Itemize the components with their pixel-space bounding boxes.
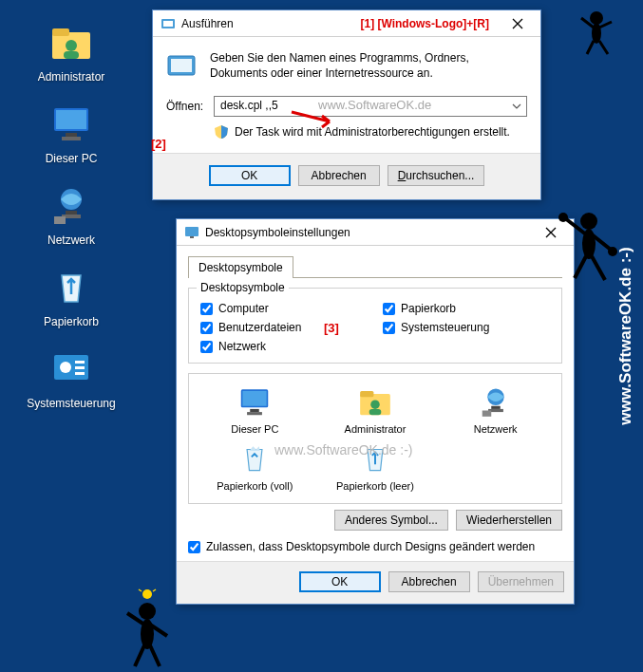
allow-themes-checkbox[interactable]: Zulassen, dass Desktopsymbole durch Desi…	[188, 540, 562, 553]
run-program-icon	[166, 50, 200, 84]
checkbox-user-files[interactable]: Benutzerdateien	[200, 321, 368, 334]
checkbox-input[interactable]	[200, 341, 213, 353]
change-icon-button[interactable]: Anderes Symbol...	[334, 510, 448, 531]
ok-button[interactable]: OK	[209, 165, 291, 186]
browse-button[interactable]: Durchsuchen...	[388, 165, 485, 186]
svg-point-27	[139, 603, 156, 620]
apply-button[interactable]: Übernehmen	[478, 571, 564, 592]
preview-recycle-empty[interactable]: Papierkorb (leer)	[323, 440, 427, 492]
run-icon	[161, 16, 176, 31]
annotation-1: [1] [Windows-Logo]+[R]	[360, 17, 489, 30]
shield-icon	[214, 124, 229, 140]
admin-text: Der Task wird mit Administratorberechtig…	[235, 125, 510, 139]
svg-point-25	[558, 213, 568, 222]
cancel-button[interactable]: Abbrechen	[388, 571, 470, 592]
run-description: Geben Sie den Namen eines Programms, Ord…	[210, 50, 527, 84]
desktop-icons-group: Desktopsymbole Computer Papierkorb Benut…	[188, 288, 562, 364]
open-label: Öffnen:	[166, 100, 214, 113]
checkbox-network[interactable]: Netzwerk	[200, 340, 368, 353]
annotation-arrow	[286, 110, 333, 129]
close-button[interactable]	[499, 12, 537, 35]
run-title: Ausführen	[181, 17, 360, 30]
run-dialog: Ausführen [1] [Windows-Logo]+[R] Geben S…	[152, 9, 541, 200]
svg-point-30	[590, 11, 603, 25]
checkbox-input[interactable]	[383, 303, 395, 315]
annotation-2: [2]	[151, 137, 166, 151]
preview-administrator[interactable]: Administrator	[323, 383, 427, 435]
desktop-icon-label: Dieser PC	[46, 152, 98, 165]
desktop-icon-label: Papierkorb	[44, 315, 99, 328]
monitor-icon	[184, 225, 199, 240]
desktop-icon-label: Administrator	[38, 70, 105, 84]
tab-desktop-icons[interactable]: Desktopsymbole	[188, 256, 293, 278]
cancel-button[interactable]: Abbrechen	[298, 165, 380, 186]
ok-button[interactable]: OK	[299, 571, 381, 592]
desktop-icon-label: Systemsteuerung	[27, 397, 115, 410]
checkbox-input[interactable]	[200, 303, 213, 315]
checkbox-control-panel[interactable]: Systemsteuerung	[383, 321, 550, 334]
chevron-down-icon	[511, 101, 522, 112]
tab-bar: Desktopsymbole	[188, 255, 562, 278]
preview-this-pc[interactable]: Dieser PC	[202, 383, 307, 435]
annotation-3: [3]	[324, 321, 339, 335]
desktop-icon-settings-dialog: Desktopsymboleinstellungen Desktopsymbol…	[176, 218, 575, 605]
preview-network[interactable]: Netzwerk	[444, 383, 548, 435]
checkbox-input[interactable]	[200, 322, 213, 334]
desktop-icon-administrator[interactable]: Administrator	[19, 19, 123, 84]
checkbox-recycle-bin[interactable]: Papierkorb	[383, 302, 550, 315]
sidebar-watermark: www.SoftwareOK.de :-)	[615, 0, 637, 672]
settings-title: Desktopsymboleinstellungen	[205, 226, 532, 239]
desktop-icon-network[interactable]: Netzwerk	[19, 182, 123, 247]
desktop-icon-this-pc[interactable]: Dieser PC	[19, 101, 123, 165]
settings-titlebar[interactable]: Desktopsymboleinstellungen	[177, 219, 574, 246]
svg-point-29	[142, 589, 152, 599]
restore-default-button[interactable]: Wiederherstellen	[456, 510, 562, 531]
decorative-figure	[114, 588, 180, 670]
group-legend: Desktopsymbole	[197, 281, 289, 294]
svg-point-23	[580, 213, 597, 230]
open-combobox[interactable]: desk.cpl ,,5	[214, 96, 527, 117]
checkbox-input[interactable]	[188, 541, 200, 553]
open-value: desk.cpl ,,5	[220, 99, 278, 112]
preview-recycle-full[interactable]: Papierkorb (voll)	[202, 440, 307, 492]
run-titlebar[interactable]: Ausführen [1] [Windows-Logo]+[R]	[153, 10, 540, 37]
checkbox-input[interactable]	[383, 322, 395, 334]
desktop-icon-recycle-bin[interactable]: Papierkorb	[19, 264, 123, 328]
checkbox-computer[interactable]: Computer	[200, 302, 368, 315]
desktop-icon-control-panel[interactable]: Systemsteuerung	[19, 345, 123, 410]
decorative-figure	[546, 204, 622, 289]
desktop-icon-label: Netzwerk	[47, 233, 95, 247]
desktop-icon-area: Administrator Dieser PC Netzwerk Papierk…	[19, 19, 123, 427]
icon-preview-area: Dieser PC Administrator Netzwerk Papierk…	[188, 373, 562, 504]
